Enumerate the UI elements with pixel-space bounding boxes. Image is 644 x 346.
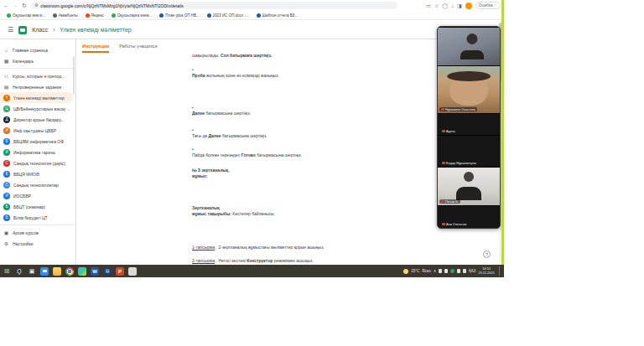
browser-error-button[interactable]: Ошибка ⋮ — [475, 2, 501, 9]
sidebar-item-archive[interactable]: ▣ Архив курсов — [0, 227, 75, 238]
tray-expand-icon[interactable]: ∧ — [434, 269, 437, 273]
sidebar-course-sandyk-tech[interactable]: С Сандық технологиялар 2 курс ИОК — [0, 179, 75, 190]
sidebar-item-teaching-courses[interactable]: ▾ ⚇ Курсы, которые я препод... — [0, 70, 75, 81]
task-view-icon[interactable]: ▣ — [28, 267, 36, 276]
course-label: ББЦЯМ информатика ОФ — [13, 139, 64, 144]
participant-tile-ali[interactable]: Али Отегенов Али Отегенов — [438, 205, 500, 228]
hamburger-menu-icon[interactable]: ☰ — [8, 27, 13, 34]
sidebar-item-calendar[interactable]: ▦ Календарь — [0, 55, 75, 66]
sidebar-item-settings[interactable]: ⚙ Настройки — [0, 238, 75, 249]
tab-student-work[interactable]: Работы учащихся — [119, 44, 157, 53]
sidebar-course-bbcy-mioa[interactable]: Б ББЦЯ МИОӘ 2 курс магистратура — [0, 168, 75, 179]
participant-tile-nurzhamal[interactable]: Нуржамал Ошанова — [438, 65, 500, 113]
volume-icon[interactable] — [463, 269, 466, 273]
weather-condition[interactable]: Ясно — [422, 269, 431, 273]
bookmark-item[interactable]: Аквабонты — [53, 13, 78, 18]
bookmark-favicon — [86, 13, 90, 18]
zoom-meeting-icon[interactable] — [450, 269, 454, 273]
bookmark-favicon — [53, 13, 57, 18]
sidebar-course-ulken-kolemdi[interactable]: Ү Үлкен көлемді мәліметтер — [0, 92, 73, 103]
sidebar-scrollbar[interactable] — [73, 56, 75, 95]
url-bar[interactable]: ⚙ classroom.google.com/c/NjQzNTMxMzg1NjV… — [30, 2, 397, 9]
sidebar-course-cbbr[interactable]: И Инф оқытудағы ЦББР — [0, 125, 75, 136]
bluetooth-icon[interactable] — [439, 269, 442, 273]
reload-icon[interactable]: ↻ — [22, 3, 27, 8]
sidebar-course-bbcym[interactable]: Б ББЦЯМ информатика ОФ Магистратура 2 ку… — [0, 136, 75, 147]
sidebar-course-list: Ү Үлкен көлемді мәліметтер Ц ЦВ/Бей — [0, 92, 75, 223]
mic-muted-icon — [442, 130, 445, 133]
network-icon[interactable] — [457, 269, 460, 273]
weather-temp[interactable]: 15°C — [411, 269, 419, 273]
content-text: Готово — [242, 152, 256, 158]
sidebar-course-iosbvr[interactable]: И ИОСБВР — [0, 190, 75, 201]
start-button[interactable]: ⊞ — [3, 267, 11, 276]
zoom-app-icon[interactable] — [40, 267, 49, 276]
mic-tray-icon[interactable] — [444, 269, 448, 273]
extension-icon[interactable]: ◯ — [442, 3, 448, 8]
bookmark-star-icon[interactable]: ☆ — [434, 3, 439, 8]
download-icon[interactable]: ↓ — [451, 3, 454, 8]
language-indicator[interactable]: ҚАЗ — [469, 269, 475, 273]
powerpoint-icon[interactable]: P — [116, 267, 124, 276]
participant-tile-nurzhamal-cam[interactable]: Nurzhamal Oshanova, Abai Univers... — [438, 27, 500, 65]
file-explorer-icon[interactable] — [53, 267, 61, 276]
breadcrumb-course[interactable]: Үлкен көлемді мәліметтер — [60, 27, 132, 33]
participant-tile-eldar[interactable]: Елдар Нурахме... Елдар Нурахметулы — [438, 135, 500, 167]
sidebar-course-director[interactable]: Д Директор қорын басқару... МБ06101 Инфо… — [0, 114, 75, 125]
sidebar-item-unreviewed[interactable]: ▤ Непроверенные задания — [0, 81, 75, 92]
project-app-icon[interactable]: ▤ — [103, 267, 112, 276]
classroom-logo-icon[interactable] — [18, 26, 27, 34]
photos-app-icon[interactable] — [78, 267, 86, 276]
content-line: Пайда болған терезедегі Готово батырмасы… — [192, 152, 444, 158]
sidebar-item-home[interactable]: ⌂ Главная страница — [0, 44, 75, 55]
content-text: жолының ішіне өз есіміңізді жазыңыз. — [206, 73, 279, 78]
side-panel-icon[interactable]: ◨ — [457, 3, 462, 8]
participant-tile-pinar[interactable]: Пинар Б. — [438, 167, 500, 205]
course-label: Инф оқытудағы ЦББР — [13, 128, 56, 133]
mic-muted-icon — [442, 162, 445, 165]
taskbar-search-icon[interactable]: Ϙ — [15, 267, 23, 276]
assignment-instructions: шақырылады. Сол батырмаға шертіңіз. • — [192, 53, 444, 264]
pip-icon[interactable]: ▭ — [426, 3, 431, 8]
notes-app-icon[interactable] — [128, 267, 137, 276]
bookmark-label: Яндекс — [91, 13, 104, 18]
bookmark-item[interactable]: Шаблон отчета ВЗ... — [257, 13, 298, 18]
bookmark-item[interactable]: Оқушылар кем кі... — [7, 13, 45, 18]
sidebar-course-bilim-ct[interactable]: Б Білім берудегі ЦТ — [0, 212, 75, 223]
back-icon[interactable]: ← — [3, 3, 9, 8]
word-icon[interactable]: W — [91, 267, 99, 276]
bookmark-item[interactable]: Яндекс — [86, 13, 104, 18]
show-desktop-button[interactable] — [499, 266, 501, 276]
sidebar-course-cv[interactable]: Ц ЦВ/Бейнекурстарын жасау ... — [0, 103, 75, 114]
course-text: ББЦТ (семинар) — [13, 204, 45, 209]
content-line: № 3 зертханалық, — [192, 168, 444, 173]
course-label: ББЦТ (семинар) — [13, 204, 45, 209]
menu-dots-icon[interactable]: ⋮ — [494, 3, 498, 8]
sidebar-course-bbct[interactable]: Б ББЦТ (семинар) — [0, 201, 75, 212]
taskbar-apps: ⊞ Ϙ ▣ W ▤ P — [3, 267, 137, 276]
sidebar-label: Главная страница — [13, 48, 48, 53]
weather-sun-icon[interactable] — [403, 269, 408, 274]
course-avatar: Б — [3, 204, 10, 210]
bookmark-label: Аквабонты — [59, 13, 78, 18]
bookmark-favicon — [112, 13, 116, 18]
site-info-icon[interactable]: ⚙ — [34, 3, 38, 8]
sidebar-icon: ▤ — [3, 85, 9, 90]
content-line: 2-тапсырма . Негізгі кестені Конструктор… — [192, 258, 444, 264]
sidebar-course-inf-tarihy[interactable]: И Информатика тарихы 4 курс — [0, 147, 75, 158]
bookmark-item[interactable]: Оқушыларға кием... — [112, 13, 152, 18]
bookmark-item[interactable]: 2023 ИС ОП.docx -... — [207, 13, 249, 18]
course-avatar: Б — [3, 171, 10, 178]
forward-icon[interactable]: → — [13, 3, 18, 8]
tab-instructions[interactable]: Инструкции — [82, 44, 109, 53]
chrome-icon[interactable] — [65, 267, 74, 276]
sidebar-course-sandyk-daris[interactable]: С Сандық технология (дәріс) 3 курс ИОК — [0, 158, 75, 168]
bookmark-item[interactable]: План урок ОП НВ... — [159, 13, 200, 18]
help-button[interactable]: ? — [483, 250, 491, 258]
sidebar-divider — [0, 68, 75, 69]
breadcrumb-app[interactable]: Класс — [32, 27, 48, 33]
participant-label: Адель — [440, 129, 457, 133]
profile-avatar[interactable] — [465, 3, 472, 9]
participant-tile-adel[interactable]: Адель Адель — [438, 113, 500, 135]
taskbar-clock[interactable]: 14:51 29.11.2021 — [478, 267, 495, 276]
